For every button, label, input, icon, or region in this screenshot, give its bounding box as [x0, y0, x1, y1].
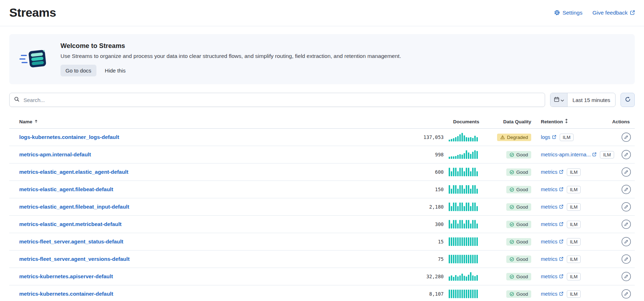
documents-sparkline: [449, 185, 478, 194]
external-link-icon: [559, 169, 563, 175]
give-feedback-link[interactable]: Give feedback: [592, 10, 635, 16]
data-quality-badge: Good: [506, 221, 531, 228]
data-quality-badge: Degraded: [497, 134, 531, 141]
documents-sparkline: [449, 220, 478, 229]
documents-count: 75: [394, 256, 444, 262]
external-link-icon: [559, 204, 563, 210]
retention-policy-link[interactable]: metrics-apm.interna...: [541, 152, 596, 157]
documents-count: 300: [394, 221, 444, 227]
retention-policy-link[interactable]: metrics: [541, 239, 563, 244]
retention-policy-link[interactable]: metrics: [541, 187, 563, 192]
table-row: metrics-elastic_agent.elastic_agent-defa…: [9, 163, 635, 181]
column-header-name[interactable]: Name: [9, 119, 394, 124]
edit-stream-button[interactable]: [621, 167, 631, 177]
calendar-icon: [554, 97, 559, 103]
external-link-icon: [559, 239, 563, 244]
external-link-icon: [559, 274, 563, 279]
ilm-badge: ILM: [567, 186, 581, 193]
ilm-badge: ILM: [567, 290, 581, 298]
search-input[interactable]: [23, 97, 540, 103]
quick-select-date-button[interactable]: [550, 93, 568, 107]
edit-stream-button[interactable]: [621, 289, 631, 299]
data-quality-badge: Good: [506, 256, 531, 263]
table-row: logs-kubernetes.container_logs-default 1…: [9, 129, 635, 146]
welcome-description: Use Streams to organize and process your…: [60, 53, 401, 59]
documents-sparkline: [449, 203, 478, 211]
stream-name-link[interactable]: metrics-kubernetes.container-default: [19, 291, 113, 297]
settings-link[interactable]: Settings: [554, 10, 582, 16]
refresh-button[interactable]: [621, 93, 635, 107]
external-link-icon: [559, 256, 563, 262]
documents-count: 2,180: [394, 204, 444, 210]
column-header-retention[interactable]: Retention: [536, 119, 609, 124]
documents-count: 137,053: [394, 134, 444, 140]
stream-name-link[interactable]: metrics-apm.internal-default: [19, 151, 91, 157]
documents-sparkline: [449, 272, 478, 281]
stream-name-link[interactable]: metrics-fleet_server.agent_status-defaul…: [19, 238, 123, 244]
documents-sparkline: [449, 237, 478, 246]
stream-name-link[interactable]: metrics-kubernetes.apiserver-default: [19, 273, 113, 279]
stream-name-link[interactable]: metrics-elastic_agent.metricbeat-default: [19, 221, 122, 227]
go-to-docs-button[interactable]: Go to docs: [60, 65, 96, 76]
edit-stream-button[interactable]: [621, 150, 631, 160]
check-circle-icon: [510, 205, 514, 209]
stream-name-link[interactable]: metrics-elastic_agent.elastic_agent-defa…: [19, 169, 128, 175]
ilm-badge: ILM: [567, 256, 581, 263]
table-row: metrics-elastic_agent.metricbeat-default…: [9, 216, 635, 233]
retention-policy-link[interactable]: metrics: [541, 221, 563, 227]
stream-name-link[interactable]: metrics-fleet_server.agent_versions-defa…: [19, 256, 130, 262]
edit-stream-button[interactable]: [621, 202, 631, 212]
external-link-icon: [552, 134, 556, 140]
check-circle-icon: [510, 187, 514, 192]
settings-label: Settings: [563, 10, 582, 16]
data-quality-badge: Good: [506, 151, 531, 158]
data-quality-badge: Good: [506, 238, 531, 246]
retention-policy-link[interactable]: metrics: [541, 169, 563, 175]
refresh-icon: [625, 96, 631, 103]
retention-policy-link[interactable]: metrics: [541, 256, 563, 262]
welcome-actions: Go to docs Hide this: [60, 65, 401, 76]
toolbar: Last 15 minutes: [9, 93, 635, 107]
ilm-badge: ILM: [567, 221, 581, 228]
documents-count: 32,280: [394, 274, 444, 279]
check-circle-icon: [510, 257, 514, 262]
external-link-icon: [630, 10, 635, 15]
edit-stream-button[interactable]: [621, 254, 631, 264]
data-quality-badge: Good: [506, 203, 531, 211]
table-row: metrics-fleet_server.agent_versions-defa…: [9, 251, 635, 268]
edit-stream-button[interactable]: [621, 132, 631, 142]
ilm-badge: ILM: [567, 168, 581, 176]
retention-policy-link[interactable]: metrics: [541, 274, 563, 279]
edit-stream-button[interactable]: [621, 219, 631, 229]
ilm-badge: ILM: [560, 134, 574, 141]
external-link-icon: [559, 291, 563, 297]
table-row: metrics-kubernetes.container-default 8,1…: [9, 285, 635, 301]
page-title: Streams: [9, 6, 56, 20]
edit-stream-button[interactable]: [621, 184, 631, 194]
edit-stream-button[interactable]: [621, 272, 631, 281]
check-circle-icon: [510, 240, 514, 244]
data-quality-badge: Good: [506, 168, 531, 176]
retention-policy-link[interactable]: metrics: [541, 291, 563, 297]
documents-count: 8,107: [394, 291, 444, 297]
time-range-display[interactable]: Last 15 minutes: [568, 93, 615, 107]
sortable-icon: [565, 119, 568, 124]
documents-sparkline: [449, 150, 478, 159]
external-link-icon: [592, 152, 596, 157]
hide-this-button[interactable]: Hide this: [105, 68, 126, 74]
table-row: metrics-apm.internal-default 998 Good me…: [9, 146, 635, 163]
stream-name-link[interactable]: metrics-elastic_agent.filebeat-default: [19, 186, 113, 192]
retention-policy-link[interactable]: logs: [541, 134, 556, 140]
ilm-badge: ILM: [567, 238, 581, 246]
documents-count: 998: [394, 152, 444, 157]
stream-name-link[interactable]: logs-kubernetes.container_logs-default: [19, 134, 119, 140]
page-header: Streams Settings Give feedback: [0, 0, 644, 26]
welcome-title: Welcome to Streams: [60, 42, 401, 50]
stream-name-link[interactable]: metrics-elastic_agent.filebeat_input-def…: [19, 204, 129, 210]
retention-policy-link[interactable]: metrics: [541, 204, 563, 210]
search-icon: [14, 96, 20, 103]
check-circle-icon: [510, 152, 514, 157]
ilm-badge: ILM: [567, 203, 581, 211]
edit-stream-button[interactable]: [621, 237, 631, 247]
welcome-content: Welcome to Streams Use Streams to organi…: [60, 42, 401, 76]
